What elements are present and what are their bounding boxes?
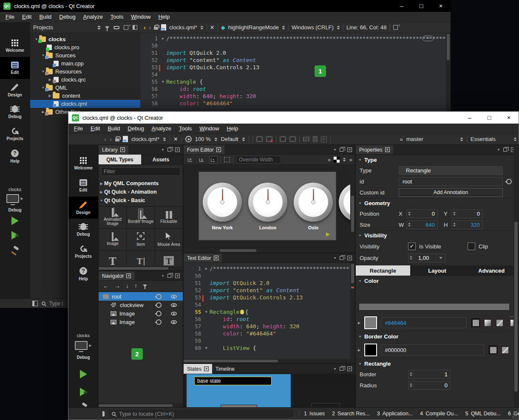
perspective-dropdown-icon[interactable] [513, 137, 516, 141]
export-assets-icon[interactable] [256, 136, 263, 142]
navigator-item-Image[interactable]: Image [99, 318, 183, 326]
is-visible-checkbox[interactable]: ✓ [408, 242, 416, 250]
eye-visibility-icon[interactable] [171, 295, 177, 299]
editor-horizontal-scrollbar[interactable] [184, 359, 355, 363]
navigator-panel-tab[interactable]: Navigator ✕ [99, 271, 134, 280]
go-back-icon[interactable]: ‹ [104, 135, 106, 143]
open-document-name[interactable]: clocks.qml* [131, 136, 159, 142]
states-panel-tab[interactable]: States ✕ [184, 364, 212, 374]
mode-design[interactable]: Design [0, 79, 30, 101]
component-flickable[interactable]: Flickable [155, 206, 183, 228]
menu-tools[interactable]: Tools [175, 125, 196, 132]
style-dropdown-icon[interactable] [242, 137, 245, 141]
transparent-color-button[interactable] [500, 345, 510, 355]
export-icon[interactable] [156, 302, 162, 308]
close-panel-icon[interactable]: ✕ [347, 366, 352, 371]
rows-view-icon[interactable] [313, 136, 318, 142]
clock-london[interactable] [248, 183, 287, 222]
y-spinbox[interactable]: 0 [451, 209, 483, 218]
radius-spinbox[interactable]: 0 [408, 381, 451, 390]
export-icon[interactable] [156, 311, 162, 316]
border-color-hex-input[interactable]: #000000 [381, 344, 484, 355]
output-pane-search-res-[interactable]: 2Search Res... [332, 411, 370, 417]
menu-window[interactable]: Window [196, 125, 223, 132]
border-color-expand-icon[interactable]: ▶ [358, 348, 360, 352]
section-geometry[interactable]: ▾Geometry [356, 198, 519, 208]
section-visibility[interactable]: ▾Visibility [356, 230, 519, 240]
component-text[interactable]: T [99, 251, 127, 265]
component-animated-image[interactable]: AnimatedImage [99, 206, 127, 228]
properties-tab-layout[interactable]: Layout [410, 265, 465, 276]
close-sidebar-icon[interactable] [133, 25, 137, 30]
close-panel-icon[interactable]: ✕ [175, 147, 180, 152]
close-panel-icon[interactable]: ✕ [214, 256, 218, 260]
go-forward-icon[interactable]: › [149, 24, 151, 31]
navigator-item-Image[interactable]: Image [99, 309, 183, 318]
symbol-dropdown-icon[interactable] [282, 25, 285, 29]
toolbar-overflow-chevron[interactable]: » [327, 156, 331, 163]
move-right-icon[interactable]: → [114, 282, 120, 289]
opacity-dropdown-icon[interactable] [436, 254, 445, 262]
navigator-item-root[interactable]: root [99, 292, 183, 301]
build-button[interactable] [0, 246, 30, 254]
editor-vertical-scrollbar[interactable] [350, 263, 355, 363]
background-dropdown-icon[interactable] [343, 158, 346, 161]
library-tab-qml-types[interactable]: QML Types [99, 155, 141, 164]
menu-file[interactable]: File [70, 125, 87, 132]
mode-help[interactable]: ?Help [0, 145, 30, 167]
menu-analyze[interactable]: Analyze [148, 125, 175, 132]
window-resize-grip[interactable] [512, 413, 518, 419]
component-mouse-area[interactable]: Mouse Area [155, 228, 183, 251]
properties-vertical-scrollbar[interactable] [513, 145, 519, 408]
section-type[interactable]: ▾Type [356, 155, 519, 165]
menu-window[interactable]: Window [127, 14, 154, 20]
maximize-button[interactable]: □ [411, 0, 431, 12]
toggle-sidebar-icon[interactable] [102, 411, 103, 417]
tree-row-QML[interactable]: ▼QML [30, 84, 140, 92]
close-panel-icon[interactable]: ✕ [204, 366, 209, 371]
move-left-icon[interactable]: ← [103, 282, 109, 289]
menu-edit[interactable]: Edit [18, 14, 35, 20]
mode-projects[interactable]: Projects [68, 241, 98, 263]
branch-dropdown-icon[interactable] [460, 137, 463, 141]
text-editor-panel-tab[interactable]: Text Editor ✕ [184, 254, 222, 262]
canvas-background-icon[interactable] [334, 157, 340, 163]
minimize-button[interactable]: – [392, 0, 411, 12]
tree-row-clocks.pro[interactable]: clocks.pro [30, 43, 140, 51]
symbol-selector[interactable]: highlightRangeMode [228, 24, 279, 31]
line-endings-dropdown-icon[interactable] [337, 25, 340, 29]
mode-help[interactable]: ?Help [68, 263, 98, 285]
overflow-chevron[interactable]: » [400, 136, 403, 143]
lock-icon[interactable] [154, 27, 158, 30]
solid-color-button[interactable] [471, 318, 481, 328]
height-spinbox[interactable]: 320 [451, 220, 483, 229]
component-item[interactable]: Item [127, 228, 155, 251]
tree-row-Sources[interactable]: ▼Sources [30, 51, 140, 59]
float-panel-icon[interactable] [167, 148, 171, 152]
tree-row-clocks[interactable]: ▼clocks [30, 35, 140, 43]
panel-menu-icon[interactable]: ▾ [162, 274, 164, 278]
panel-menu-icon[interactable]: ▾ [334, 367, 336, 371]
mode-design[interactable]: Design [68, 197, 98, 219]
library-group-my-qml-components[interactable]: ▶My QML Components [99, 179, 183, 188]
mode-welcome[interactable]: Welcome [0, 35, 30, 57]
split-pane-icon[interactable] [124, 25, 128, 30]
close-panel-icon[interactable]: ✕ [385, 147, 390, 152]
float-panel-icon[interactable] [340, 148, 343, 152]
close-button[interactable]: × [431, 0, 451, 12]
timeline-panel-tab[interactable]: Timeline [212, 364, 238, 374]
clock-oslo[interactable] [294, 183, 333, 222]
export-icon[interactable] [156, 319, 162, 325]
clip-checkbox[interactable] [468, 242, 475, 250]
titlebar[interactable]: QC clocks.qml @ clocks - Qt Creator – □ … [0, 0, 451, 12]
lock-icon[interactable] [115, 138, 119, 141]
menu-build[interactable]: Build [104, 125, 124, 132]
snapping-icon[interactable]: ▪ [209, 156, 218, 163]
output-pane-compile-ou-[interactable]: 4Compile Ou... [420, 411, 458, 417]
color-gradient-strip[interactable] [359, 304, 509, 310]
filter-icon[interactable] [105, 26, 109, 29]
maximize-button[interactable]: □ [479, 112, 499, 124]
solid-color-button[interactable] [488, 345, 498, 355]
border-width-spinbox[interactable]: 1 [408, 370, 451, 379]
float-panel-icon[interactable] [340, 367, 343, 371]
